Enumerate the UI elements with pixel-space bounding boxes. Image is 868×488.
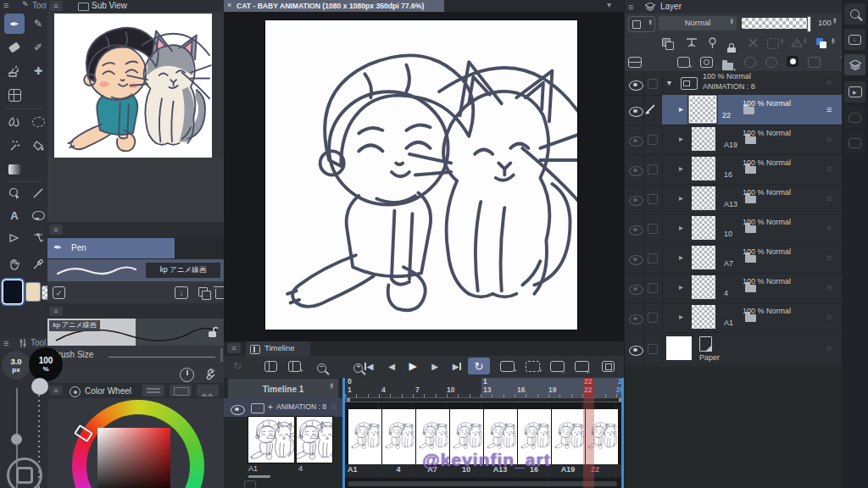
playhead-column[interactable] xyxy=(583,397,594,488)
import-subtool-icon[interactable]: ↓ xyxy=(175,286,188,299)
new-vector-layer-icon[interactable] xyxy=(700,57,713,68)
timeline-h-scrollbar[interactable] xyxy=(348,481,617,486)
selection-spinner[interactable]: ▴▾ xyxy=(781,37,784,44)
tabbar-chevron-icon[interactable]: ▾ xyxy=(607,0,611,9)
color-mixing-tab-icon[interactable] xyxy=(197,385,219,396)
magic-wand-tool[interactable] xyxy=(4,136,25,156)
decoration-tool[interactable]: ✚ xyxy=(28,61,48,81)
airbrush-tool[interactable] xyxy=(4,61,25,81)
dock-cel-icon[interactable] xyxy=(844,107,865,128)
unlock-icon[interactable] xyxy=(207,326,218,338)
cel-link-icon[interactable]: ∞ xyxy=(575,361,589,372)
expand-chevron[interactable]: ▸ xyxy=(679,104,683,114)
visibility-eye-icon[interactable] xyxy=(629,80,643,91)
layer-thumbnail[interactable] xyxy=(692,127,715,151)
dock-animation-icon[interactable]: ▶ xyxy=(844,81,865,103)
layer-row[interactable]: ▸ 100 % Normal 4 ≡ xyxy=(625,273,843,303)
layer-checkbox[interactable] xyxy=(648,164,658,175)
main-color-swatch[interactable] xyxy=(3,280,22,303)
layer-checkbox[interactable] xyxy=(648,253,658,263)
expand-chevron[interactable]: ▸ xyxy=(679,282,683,291)
paper-thumbnail[interactable] xyxy=(666,336,692,360)
layer-thumbnail[interactable] xyxy=(692,305,715,329)
expand-chevron[interactable]: ▸ xyxy=(679,252,683,262)
visibility-eye-icon[interactable] xyxy=(629,314,643,324)
visibility-eye-icon[interactable] xyxy=(629,136,643,147)
row-menu-icon[interactable]: ≡ xyxy=(826,252,832,263)
opacity-slider[interactable] xyxy=(742,18,811,29)
layer-row[interactable]: ▸ 100 % Normal A13 ≡ xyxy=(625,184,843,214)
quick-access-icon[interactable] xyxy=(7,458,42,488)
skip-end-button[interactable]: ▶ xyxy=(449,359,465,373)
line-tool[interactable] xyxy=(28,183,48,203)
new-raster-layer-icon[interactable]: + xyxy=(677,57,690,68)
layer-thumbnail[interactable] xyxy=(692,157,715,180)
dock-layer-icon[interactable] xyxy=(844,54,865,75)
duplicate-subtool-icon[interactable] xyxy=(198,287,208,297)
new-folder-icon[interactable]: + xyxy=(722,63,733,70)
expand-chevron[interactable]: ▸ xyxy=(679,193,683,202)
layer-menu-icon[interactable]: ≡ xyxy=(628,2,633,12)
canvas[interactable] xyxy=(265,20,577,330)
brush-size-badge[interactable]: 3.0 px xyxy=(2,351,31,380)
brush-hud-menu-icon[interactable]: ≡ xyxy=(3,338,8,348)
layer-row[interactable]: ▸ 100 % Normal 16 ≡ xyxy=(625,154,843,185)
layer-thumbnail[interactable] xyxy=(692,275,715,299)
layer-row-paper[interactable]: Paper ≡ xyxy=(625,332,843,367)
layer-checkbox[interactable] xyxy=(648,313,658,323)
layer-checkbox[interactable] xyxy=(648,79,658,89)
timeline-ruler[interactable]: 0 1 2 1 4 7 10 13 16 19 22 22 25 xyxy=(345,378,624,397)
layer-thumbnail[interactable] xyxy=(692,246,715,269)
layer-thumbnail[interactable] xyxy=(692,216,715,240)
fill-tool[interactable] xyxy=(28,136,48,156)
track-add-icon[interactable]: + xyxy=(268,402,273,412)
pen-tool[interactable]: ✒ xyxy=(4,14,25,34)
layer-checkbox[interactable] xyxy=(648,283,658,293)
brush-size-row[interactable]: Brush Size xyxy=(47,346,224,364)
color-wheel-menu-icon[interactable]: ≡ xyxy=(49,385,63,396)
convert-spinner[interactable]: ▴▾ xyxy=(804,37,807,44)
new-animation-folder-icon[interactable]: + xyxy=(500,361,515,372)
layer-checkbox[interactable] xyxy=(648,135,658,145)
opacity-spinner[interactable]: ▴▾ xyxy=(833,17,837,24)
prev-frame-button[interactable]: ◀ xyxy=(384,359,399,373)
apply-mask-icon[interactable] xyxy=(808,57,821,68)
brush-opacity-slider-handle[interactable] xyxy=(31,378,48,395)
blend-tool[interactable] xyxy=(4,112,25,132)
split-palette-icon[interactable] xyxy=(628,57,642,68)
visibility-eye-icon[interactable] xyxy=(629,166,643,176)
layer-row-animation-folder[interactable]: ▾ 100 % Normal ANIMATION : 8 ≡ xyxy=(625,71,843,96)
subtool-menu-icon[interactable]: ≡ xyxy=(49,225,63,235)
eyedropper-tool[interactable] xyxy=(28,254,48,274)
brush-stroke-row[interactable]: kp アニメ線画 xyxy=(47,259,224,281)
selection-from-layer-icon[interactable] xyxy=(767,38,779,49)
brush-tool[interactable]: ✐ xyxy=(28,37,48,58)
dock-navigator-icon[interactable]: ↓ xyxy=(844,29,865,50)
document-tab[interactable]: × CAT - BABY ANIMATION (1080 x 1080px 35… xyxy=(224,0,444,12)
subview-menu-icon[interactable]: ≡ xyxy=(49,1,63,11)
row-menu-icon[interactable]: ≡ xyxy=(826,223,832,233)
collapse-chevron[interactable]: ▾ xyxy=(667,78,671,87)
timeline-panel-add-icon[interactable]: + xyxy=(288,361,301,372)
animation-track-header[interactable]: + ANIMATION : 8 ≡ xyxy=(224,398,342,417)
onion-skin-icon[interactable] xyxy=(602,361,615,372)
layer-checkbox[interactable] xyxy=(648,194,658,204)
layer-color-spinner[interactable]: ▴▾ xyxy=(832,37,835,44)
tool-property-menu-icon[interactable]: ≡ xyxy=(49,306,63,316)
layer-checkbox[interactable] xyxy=(648,224,658,234)
pencil-tool[interactable]: ✎ xyxy=(28,14,48,34)
expand-chevron[interactable]: ▸ xyxy=(679,312,683,321)
layer-row-selected[interactable]: ▸ 100 % Normal 22 ≡ xyxy=(625,95,843,125)
visibility-eye-icon[interactable] xyxy=(629,285,643,295)
close-tab-icon[interactable]: × xyxy=(227,1,231,9)
row-menu-icon[interactable]: ≡ xyxy=(826,77,832,87)
layer-mask-icon[interactable] xyxy=(787,56,798,67)
next-frame-button[interactable]: ▶ xyxy=(427,359,442,373)
bottom-track-icon[interactable] xyxy=(244,480,256,488)
subview-image[interactable] xyxy=(54,14,212,158)
visibility-eye-icon[interactable] xyxy=(629,225,643,236)
correct-line-tool[interactable] xyxy=(28,227,48,247)
timeline-zoom-out-icon[interactable]: − xyxy=(317,363,326,373)
row-menu-icon[interactable]: ≡ xyxy=(826,193,832,203)
play-button[interactable]: ▶ xyxy=(405,358,420,374)
